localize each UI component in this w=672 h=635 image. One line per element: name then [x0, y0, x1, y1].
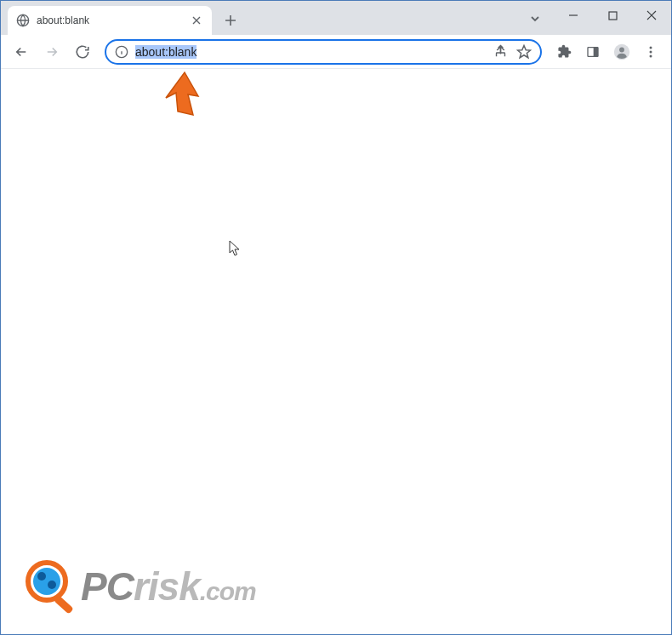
svg-point-13 [48, 581, 56, 589]
reload-button[interactable] [69, 38, 96, 66]
close-window-button[interactable] [632, 3, 671, 28]
toolbar-right [550, 38, 664, 66]
svg-point-8 [650, 50, 652, 53]
toolbar: about:blank [1, 35, 671, 69]
svg-point-6 [619, 47, 624, 52]
forward-button[interactable] [38, 38, 65, 66]
back-button[interactable] [8, 38, 35, 66]
close-icon[interactable] [190, 14, 203, 27]
svg-rect-4 [594, 47, 598, 56]
tab-title: about:blank [37, 14, 183, 26]
svg-rect-1 [609, 12, 617, 20]
tab-strip: about:blank [1, 1, 521, 35]
watermark-text: PCrisk.com [81, 563, 256, 609]
svg-point-9 [650, 54, 652, 57]
maximize-button[interactable] [593, 3, 632, 28]
svg-point-11 [33, 568, 60, 595]
menu-button[interactable] [637, 38, 664, 66]
omnibox-actions [493, 44, 532, 60]
extensions-button[interactable] [550, 38, 578, 66]
url-text: about:blank [135, 45, 486, 59]
tab-active[interactable]: about:blank [8, 6, 212, 35]
window-controls [521, 1, 671, 35]
magnifier-icon [25, 559, 79, 614]
watermark: PCrisk.com [25, 559, 256, 614]
new-tab-button[interactable] [219, 9, 242, 32]
bookmark-icon[interactable] [516, 44, 532, 60]
svg-point-7 [650, 46, 652, 49]
minimize-button[interactable] [554, 3, 593, 28]
svg-point-12 [37, 572, 46, 581]
globe-icon [16, 14, 30, 27]
info-icon[interactable] [115, 45, 128, 59]
svg-rect-14 [54, 595, 74, 614]
profile-button[interactable] [608, 38, 635, 66]
chevron-down-icon[interactable] [521, 5, 549, 32]
share-icon[interactable] [493, 44, 508, 60]
sidepanel-button[interactable] [579, 38, 607, 66]
page-content [1, 69, 671, 634]
address-bar[interactable]: about:blank [105, 39, 542, 65]
title-bar: about:blank [1, 1, 671, 35]
